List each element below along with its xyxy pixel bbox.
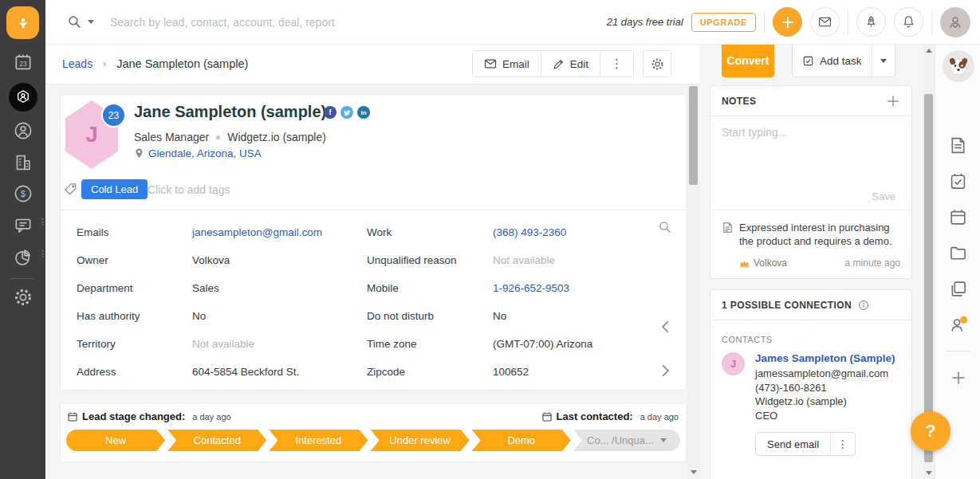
add-task-button[interactable]: Add task (793, 45, 872, 77)
contact-role: CEO (755, 409, 895, 423)
field-value-email[interactable]: janesampleton@gmail.com (192, 226, 322, 238)
twitter-icon[interactable] (340, 106, 353, 119)
record-header-bar: Leads › Jane Sampleton (sample) Email Ed… (45, 44, 699, 84)
stage-new[interactable]: New (66, 430, 165, 451)
lead-summary-card: J 23 Jane Sampleton (sample) f in Sales … (60, 94, 687, 391)
field-label: Mobile (367, 282, 493, 294)
quick-add-button[interactable] (773, 7, 802, 37)
search-scope-caret-icon[interactable] (88, 20, 94, 24)
field-label: Do not disturb (367, 310, 493, 322)
scroll-down-arrow-icon[interactable] (926, 471, 932, 475)
stage-closed-unqualified[interactable]: Co... /Unqua... (573, 430, 680, 451)
field-label: Territory (77, 338, 192, 350)
note-input[interactable] (710, 116, 911, 186)
dot-separator (216, 135, 220, 139)
freddy-ai-icon (943, 50, 974, 82)
stage-demo[interactable]: Demo (472, 430, 571, 451)
contact-actions-group: Send email ⋮ (755, 432, 856, 456)
field-label: Unqualified reason (367, 254, 493, 266)
sidebar-item-meetings[interactable] (935, 208, 980, 226)
breadcrumb-leads-link[interactable]: Leads (62, 57, 92, 70)
note-author: Volkova (754, 257, 787, 269)
divider (10, 278, 35, 279)
stage-under-review[interactable]: Under review (371, 430, 470, 451)
main-scrollbar-thumb[interactable] (689, 86, 698, 185)
lead-location-link[interactable]: Glendale, Arizona, USA (148, 147, 262, 159)
notes-card: NOTES Save Expressed interest in purchas… (710, 85, 912, 279)
sidebar-item-connections[interactable] (935, 315, 980, 334)
sidebar-item-documents[interactable] (935, 280, 980, 298)
notifications-bell-button[interactable] (894, 7, 923, 37)
stage-interested[interactable]: Interested (269, 430, 368, 451)
panel-scrollbar-thumb[interactable] (924, 94, 933, 462)
sidebar-item-files[interactable] (935, 244, 980, 262)
user-avatar[interactable] (940, 7, 970, 37)
left-sidebar: 23 $ ⋮ ⋮ (0, 0, 45, 479)
field-label: Time zone (367, 338, 493, 350)
conversations-menu-icon[interactable]: ⋮ (38, 220, 47, 223)
add-tags-placeholder[interactable]: Click to add tags (148, 183, 230, 196)
scroll-up-arrow-icon[interactable] (926, 49, 932, 53)
edit-button[interactable]: Edit (541, 51, 600, 77)
sidebar-item-accounts[interactable] (0, 153, 45, 172)
send-email-button[interactable]: Send email (756, 433, 831, 455)
whats-new-rocket-button[interactable] (856, 7, 886, 37)
last-contacted-label: Last contacted: (557, 410, 633, 422)
note-item[interactable]: Expressed interest in purchasing the pro… (710, 210, 911, 278)
contact-company: Widgetz.io (sample) (755, 395, 895, 409)
record-actions-group: Email Edit ⋮ (472, 50, 634, 77)
linkedin-icon[interactable]: in (357, 106, 370, 119)
sidebar-item-tasks[interactable] (935, 172, 980, 190)
contact-avatar: J (722, 352, 745, 375)
field-value-work-phone[interactable]: (368) 493-2360 (493, 226, 566, 238)
notes-title: NOTES (722, 96, 756, 107)
analytics-menu-icon[interactable]: ⋮ (38, 252, 47, 255)
sidebar-add-widget-button[interactable] (935, 369, 980, 387)
convert-button[interactable]: Convert (722, 44, 774, 77)
email-button[interactable]: Email (473, 51, 541, 77)
facebook-icon[interactable]: f (324, 106, 337, 119)
field-label: Zipcode (367, 366, 493, 378)
add-task-dropdown-caret[interactable] (872, 45, 895, 77)
add-note-button[interactable] (886, 94, 900, 108)
freshworks-logo-icon[interactable] (6, 6, 39, 39)
save-note-button[interactable]: Save (867, 190, 900, 203)
breadcrumb-current: Jane Sampleton (sample) (116, 57, 248, 70)
more-actions-button[interactable]: ⋮ (600, 51, 633, 77)
tag-cold-lead[interactable]: Cold Lead (81, 179, 148, 199)
sidebar-item-settings[interactable] (0, 288, 45, 307)
contact-more-actions-button[interactable]: ⋮ (831, 433, 855, 455)
quick-search-icon[interactable] (657, 219, 673, 235)
field-value-territory: Not available (192, 338, 254, 350)
lead-stage-card: Lead stage changed: a day ago Last conta… (60, 402, 687, 462)
sidebar-item-contacts[interactable] (0, 121, 45, 140)
field-label: Emails (77, 226, 192, 238)
next-record-chevron-right-icon[interactable] (657, 363, 673, 379)
freddy-ai-button[interactable] (935, 50, 980, 82)
info-icon[interactable] (858, 300, 869, 311)
field-value-mobile-phone[interactable]: 1-926-652-9503 (493, 282, 569, 294)
sidebar-item-calendar[interactable]: 23 (0, 53, 45, 72)
field-value-owner: Volkova (192, 254, 230, 266)
help-button[interactable]: ? (911, 411, 950, 451)
stage-dropdown-caret-icon[interactable] (660, 438, 667, 442)
field-value-unqualified-reason: Not available (493, 254, 555, 266)
sidebar-item-notes[interactable] (935, 136, 980, 155)
collapse-panel-chevron-left-icon[interactable] (657, 319, 673, 335)
sidebar-item-leads-active[interactable] (9, 83, 37, 112)
owner-crown-icon (739, 259, 750, 268)
note-document-icon (722, 222, 734, 234)
search-input[interactable] (108, 15, 375, 29)
upgrade-button[interactable]: UPGRADE (691, 13, 756, 32)
svg-text:23: 23 (19, 60, 27, 68)
stage-contacted[interactable]: Contacted (167, 430, 266, 451)
main-scrollbar[interactable] (687, 84, 699, 479)
sidebar-item-deals[interactable]: $ (0, 184, 45, 203)
layout-settings-button[interactable] (643, 50, 671, 77)
scroll-down-arrow-icon[interactable] (691, 470, 697, 474)
contact-name-link[interactable]: James Sampleton (Sample) (755, 352, 895, 364)
pencil-icon (553, 58, 565, 70)
search-icon[interactable] (68, 15, 81, 29)
divider (946, 351, 970, 351)
email-inbox-button[interactable] (810, 7, 840, 37)
